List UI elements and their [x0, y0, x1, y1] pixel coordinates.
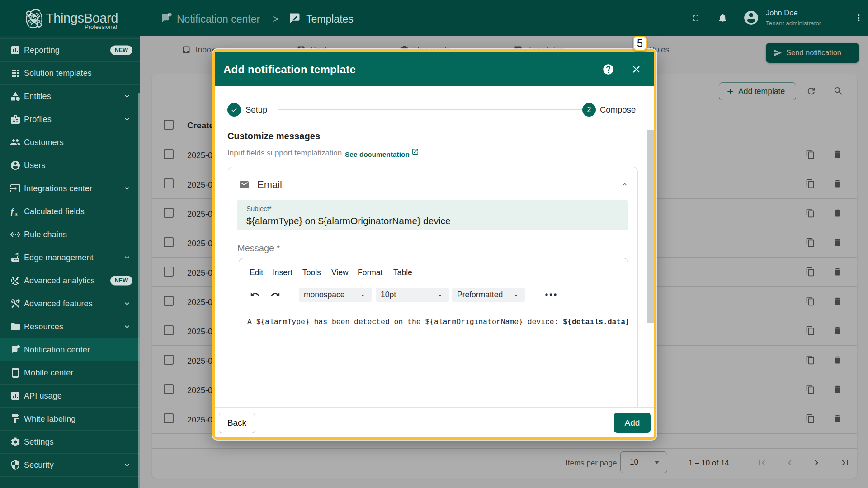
svg-text:f: f — [11, 207, 14, 216]
svg-text:x: x — [14, 211, 18, 217]
